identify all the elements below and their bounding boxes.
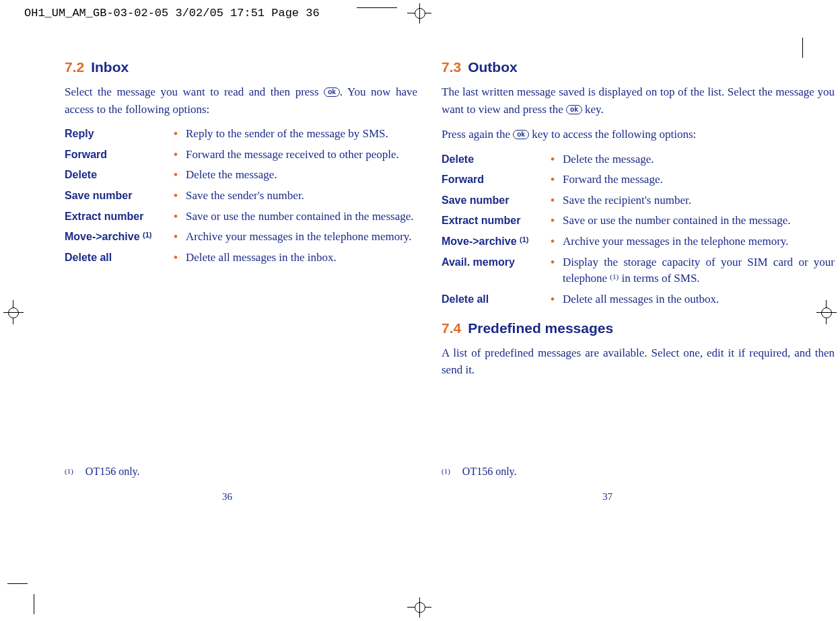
option-row: Delete•Delete the message. xyxy=(65,167,417,184)
trim-line xyxy=(357,7,397,8)
page-number-left: 36 xyxy=(222,491,232,503)
option-description: Display the storage capacity of your SIM… xyxy=(563,254,835,287)
option-row: Delete all•Delete all messages in the in… xyxy=(65,250,417,266)
bullet-icon: • xyxy=(174,147,186,163)
trim-line xyxy=(802,38,803,58)
footnote-left: (1) OT156 only. xyxy=(65,466,140,478)
option-term: Save number xyxy=(442,192,551,209)
option-row: Forward•Forward the message. xyxy=(442,172,835,188)
bullet-icon: • xyxy=(174,229,186,246)
section-intro: The last written message saved is displa… xyxy=(442,83,835,118)
option-term: Move->archive (1) xyxy=(65,229,174,246)
bullet-icon: • xyxy=(174,188,186,205)
option-description: Save the sender's number. xyxy=(186,188,417,205)
crop-mark-bottom xyxy=(407,597,431,618)
option-description: Forward the message received to other pe… xyxy=(186,147,417,163)
option-term: Move->archive (1) xyxy=(442,233,551,250)
intro-text: The last written message saved is displa… xyxy=(442,85,835,116)
page-columns: 7.2Inbox Select the message you want to … xyxy=(0,59,840,387)
option-term: Avail. memory xyxy=(442,254,551,287)
section-title: Inbox xyxy=(91,59,129,75)
option-term: Extract number xyxy=(442,213,551,229)
option-row: Extract number•Save or use the number co… xyxy=(65,209,417,225)
ok-key-icon: ok xyxy=(513,130,529,139)
trim-line xyxy=(34,594,34,614)
print-header: OH1_UM_AM_GB-03-02-05 3/02/05 17:51 Page… xyxy=(24,7,320,20)
option-description: Save the recipient's number. xyxy=(563,192,835,209)
option-description: Archive your messages in the telephone m… xyxy=(563,233,835,250)
bullet-icon: • xyxy=(174,250,186,266)
option-row: Forward•Forward the message received to … xyxy=(65,147,417,163)
section-body: A list of predefined messages are availa… xyxy=(442,344,835,379)
footnote-right: (1) OT156 only. xyxy=(442,466,517,478)
option-description: Forward the message. xyxy=(563,172,835,188)
trim-line xyxy=(7,583,28,584)
bullet-icon: • xyxy=(551,213,563,229)
section-intro: Select the message you want to read and … xyxy=(65,83,417,118)
section-number: 7.3 xyxy=(442,59,461,75)
option-description: Save or use the number contained in the … xyxy=(563,213,835,229)
crop-mark-top xyxy=(407,3,431,24)
bullet-icon: • xyxy=(551,192,563,209)
option-term: Forward xyxy=(65,147,174,163)
intro-text: Select the message you want to read and … xyxy=(65,85,324,98)
option-row: Reply•Reply to the sender of the message… xyxy=(65,126,417,143)
option-term: Extract number xyxy=(65,209,174,225)
option-description: Reply to the sender of the message by SM… xyxy=(186,126,417,143)
option-term: Delete all xyxy=(442,291,551,308)
bullet-icon: • xyxy=(551,172,563,188)
section-title: Outbox xyxy=(468,59,518,75)
ok-key-icon: ok xyxy=(566,105,582,114)
intro-text: Press again the xyxy=(442,128,513,141)
option-term: Save number xyxy=(65,188,174,205)
intro-text: key to access the following options: xyxy=(532,128,696,141)
option-row: Save number•Save the sender's number. xyxy=(65,188,417,205)
option-row: Delete•Delete the message. xyxy=(442,151,835,168)
section-number: 7.4 xyxy=(442,320,461,336)
option-row: Extract number•Save or use the number co… xyxy=(442,213,835,229)
option-description: Delete the message. xyxy=(186,167,417,184)
option-description: Delete all messages in the inbox. xyxy=(186,250,417,266)
option-row: Avail. memory•Display the storage capaci… xyxy=(442,254,835,287)
section-intro-2: Press again the ok key to access the fol… xyxy=(442,126,835,143)
left-page: 7.2Inbox Select the message you want to … xyxy=(0,59,417,387)
footnote-text: OT156 only. xyxy=(85,466,140,478)
bullet-icon: • xyxy=(174,126,186,143)
option-row: Save number•Save the recipient's number. xyxy=(442,192,835,209)
section-heading-7-4: 7.4Predefined messages xyxy=(442,320,835,336)
bullet-icon: • xyxy=(551,233,563,250)
option-term: Delete xyxy=(65,167,174,184)
section-number: 7.2 xyxy=(65,59,84,75)
option-term: Forward xyxy=(442,172,551,188)
option-term: Reply xyxy=(65,126,174,143)
bullet-icon: • xyxy=(551,254,563,287)
option-term: Delete all xyxy=(65,250,174,266)
option-description: Save or use the number contained in the … xyxy=(186,209,417,225)
page-number-right: 37 xyxy=(602,491,612,503)
option-description: Delete the message. xyxy=(563,151,835,168)
option-description: Archive your messages in the telephone m… xyxy=(186,229,417,246)
options-list: Delete•Delete the message.Forward•Forwar… xyxy=(442,151,835,308)
footnote-mark: (1) xyxy=(65,467,73,478)
option-row: Move->archive (1)•Archive your messages … xyxy=(442,233,835,250)
section-title: Predefined messages xyxy=(468,320,613,336)
footnote-mark: (1) xyxy=(442,467,450,478)
intro-text: key. xyxy=(585,103,604,116)
bullet-icon: • xyxy=(174,209,186,225)
bullet-icon: • xyxy=(551,291,563,308)
option-description: Delete all messages in the outbox. xyxy=(563,291,835,308)
section-heading-7-3: 7.3Outbox xyxy=(442,59,835,75)
footnote-text: OT156 only. xyxy=(462,466,517,478)
right-page: 7.3Outbox The last written message saved… xyxy=(417,59,835,387)
option-term: Delete xyxy=(442,151,551,168)
ok-key-icon: ok xyxy=(324,87,340,97)
section-heading-7-2: 7.2Inbox xyxy=(65,59,417,75)
option-row: Move->archive (1)•Archive your messages … xyxy=(65,229,417,246)
options-list: Reply•Reply to the sender of the message… xyxy=(65,126,417,266)
bullet-icon: • xyxy=(551,151,563,168)
option-row: Delete all•Delete all messages in the ou… xyxy=(442,291,835,308)
bullet-icon: • xyxy=(174,167,186,184)
